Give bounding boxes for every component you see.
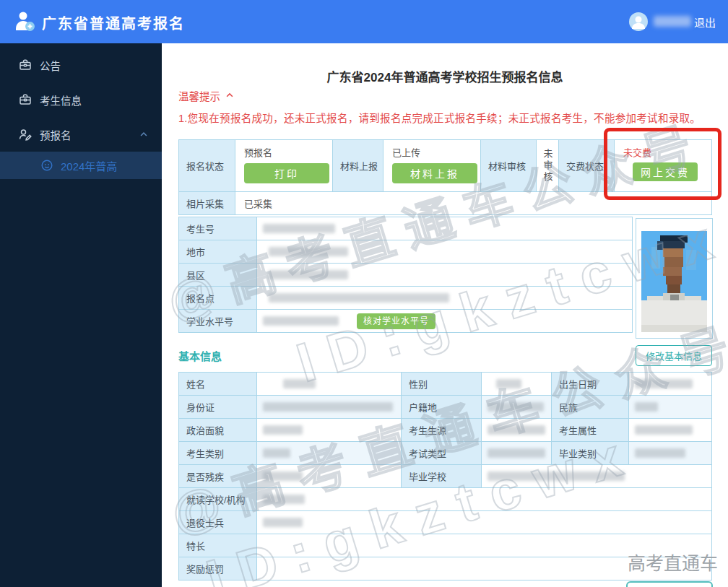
specialty-label: 特长 (179, 534, 257, 557)
user-avatar[interactable] (629, 12, 648, 31)
redacted-value (263, 425, 303, 435)
city-value (257, 240, 633, 264)
veteran-label: 退役士兵 (179, 511, 257, 534)
ethnic-label: 民族 (552, 396, 629, 419)
redacted-value (269, 270, 348, 279)
disabled-value (257, 465, 402, 488)
basic-info-heading: 基本信息 (178, 348, 222, 363)
redacted-value (635, 402, 658, 412)
basic-info-table: 姓名 性别 出生日期 身份证 户籍地 民族 政治面貌 考生生源 考生属性 考生类… (178, 372, 712, 581)
redacted-value (263, 224, 335, 233)
material-upload-value: 已上传 (392, 145, 476, 159)
pay-online-button[interactable]: 网上交费 (633, 162, 698, 181)
reg-point-value (257, 287, 633, 310)
payment-status-value-cell: 未交费 网上交费 (615, 140, 712, 192)
ethnic-value (629, 396, 712, 419)
political-value (257, 419, 402, 442)
app-title: 广东省普通高考报名 (42, 12, 185, 33)
verify-academic-no-button[interactable]: 核对学业水平号 (357, 313, 436, 329)
exam-no-label: 考生号 (179, 217, 257, 240)
user-edit-icon (19, 128, 32, 141)
category-label: 考生类别 (179, 442, 257, 465)
user-add-logo-icon (14, 10, 36, 36)
sidebar: 公告 考生信息 预报名 (0, 43, 162, 587)
category-value (257, 442, 402, 465)
sidebar-item-announcements[interactable]: 公告 (0, 48, 162, 82)
status-table: 报名状态 预报名 打印 材料上报 已上传 材料上报 材料审核 未审核 交费状态 … (178, 139, 712, 215)
exam-no-value (257, 217, 633, 240)
household-value (482, 396, 552, 419)
print-button[interactable]: 打印 (244, 163, 329, 183)
awards-value (257, 557, 712, 581)
political-label: 政治面貌 (179, 419, 257, 442)
city-label: 地市 (179, 240, 257, 264)
material-upload-button[interactable]: 材料上报 (392, 163, 477, 183)
redacted-value (263, 448, 290, 458)
material-upload-label: 材料上报 (333, 140, 384, 192)
smiley-face-icon (40, 159, 53, 172)
briefcase-icon (19, 93, 32, 106)
sidebar-subitem-2024-selected[interactable]: 2024年普高 (0, 152, 162, 179)
material-review-label: 材料审核 (481, 140, 537, 192)
tips-collapse-toggle[interactable]: 温馨提示 (178, 88, 234, 103)
grad-category-label: 毕业类别 (552, 442, 629, 465)
birth-label: 出生日期 (552, 373, 629, 396)
main-content: 广东省2024年普通高考学校招生预报名信息 温馨提示 1.您现在预报名成功，还未… (162, 43, 728, 587)
id-card-label: 身份证 (179, 396, 257, 419)
material-review-value: 未审核 (541, 149, 555, 183)
county-label: 县区 (179, 264, 257, 287)
material-upload-value-cell: 已上传 材料上报 (384, 140, 481, 192)
awards-label: 奖励惩罚 (179, 557, 257, 581)
household-label: 户籍地 (402, 396, 482, 419)
page-title: 广东省2024年普通高考学校招生预报名信息 (162, 67, 728, 85)
sidebar-item-candidate-info[interactable]: 考生信息 (0, 82, 162, 117)
chevron-up-icon (139, 129, 149, 139)
chevron-up-icon (225, 90, 234, 102)
name-value (257, 373, 402, 396)
briefcase-icon (19, 58, 32, 71)
edit-basic-info-button[interactable]: 修改基本信息 (636, 345, 712, 366)
notice-text: 1.您现在预报名成功，还未正式报名，请到报名点完成正式报名手续；未正式报名考生，… (178, 110, 701, 125)
redacted-value (283, 379, 316, 388)
redacted-value (488, 425, 545, 435)
reg-status-label: 报名状态 (179, 140, 235, 192)
reg-point-label: 报名点 (179, 287, 257, 310)
name-label: 姓名 (179, 373, 257, 396)
photo-cell (636, 218, 713, 339)
disabled-label: 是否残疾 (179, 465, 257, 488)
tips-label: 温馨提示 (178, 88, 220, 103)
exam-type-value (482, 442, 552, 465)
sidebar-item-label: 考生信息 (40, 92, 82, 108)
redacted-value (635, 448, 685, 458)
county-value (257, 264, 633, 287)
veteran-value (257, 511, 712, 534)
payment-status-value: 未交费 (623, 145, 707, 159)
photo-capture-label: 相片采集 (179, 192, 235, 215)
sidebar-item-label: 公告 (40, 58, 61, 73)
reg-status-value: 预报名 (244, 145, 328, 159)
attribute-value (629, 419, 712, 442)
redacted-value (488, 448, 545, 458)
origin-label: 考生生源 (402, 419, 482, 442)
candidate-table: 考生号 地市 县区 报名点 学业水平号 核对学业水平号 (178, 217, 633, 333)
grad-school-label: 毕业学校 (402, 465, 482, 488)
redacted-value (635, 379, 693, 388)
specialty-value (257, 534, 712, 557)
birth-value (629, 373, 712, 396)
redacted-value (488, 402, 544, 412)
redacted-value (263, 402, 393, 412)
redacted-value (269, 247, 348, 256)
logout-button[interactable]: 退出 (694, 14, 716, 30)
attribute-label: 考生属性 (552, 419, 629, 442)
sidebar-subitem-label: 2024年普高 (61, 158, 117, 173)
sidebar-item-preregistration[interactable]: 预报名 (0, 117, 162, 152)
grad-school-value (482, 465, 712, 488)
origin-value (482, 419, 552, 442)
grad-category-value (629, 442, 712, 465)
bottom-partial-button[interactable] (626, 581, 713, 587)
sidebar-item-label: 预报名 (40, 127, 72, 142)
redacted-value (635, 425, 693, 435)
username-redacted (654, 16, 691, 27)
school-label: 就读学校/机构 (179, 488, 257, 511)
id-card-value (257, 396, 402, 419)
